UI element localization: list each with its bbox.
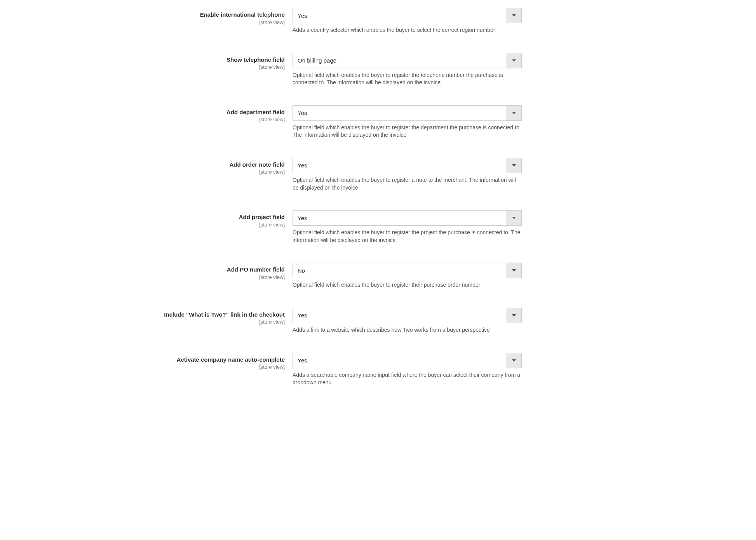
select-value: On billing page xyxy=(293,53,506,68)
field-label: Activate company name auto-complete xyxy=(145,356,285,364)
chevron-down-icon xyxy=(506,353,521,368)
field-label-col: Activate company name auto-complete [sto… xyxy=(145,353,293,370)
show-phone-select[interactable]: On billing page xyxy=(293,53,522,68)
project-select[interactable]: Yes xyxy=(293,210,522,226)
field-hint: Optional field which enables the buyer t… xyxy=(293,71,522,87)
field-scope: [store view] xyxy=(145,364,285,370)
select-value: No xyxy=(293,263,506,278)
field-hint: Optional field which enables the buyer t… xyxy=(293,176,522,192)
field-po-number: Add PO number field [store view] No Opti… xyxy=(145,263,611,289)
select-value: Yes xyxy=(293,8,506,23)
field-label: Add PO number field xyxy=(145,266,285,273)
field-show-phone: Show telephone field [store view] On bil… xyxy=(145,53,611,87)
select-value: Yes xyxy=(293,106,506,120)
field-intl-phone: Enable international telephone [store vi… xyxy=(145,8,611,34)
chevron-down-icon xyxy=(506,263,521,278)
select-value: Yes xyxy=(293,353,506,368)
chevron-down-icon xyxy=(506,106,521,120)
field-label: Show telephone field xyxy=(145,56,285,64)
chevron-down-icon xyxy=(506,158,521,173)
chevron-down-icon xyxy=(506,8,521,23)
intl-phone-select[interactable]: Yes xyxy=(293,8,522,23)
field-scope: [store view] xyxy=(145,64,285,70)
select-value: Yes xyxy=(293,211,506,225)
field-scope: [store view] xyxy=(145,222,285,228)
field-value-col: Yes Adds a link to a website which descr… xyxy=(293,308,522,334)
field-value-col: Yes Optional field which enables the buy… xyxy=(293,158,522,192)
settings-form: Enable international telephone [store vi… xyxy=(145,8,611,387)
field-label-col: Add project field [store view] xyxy=(145,210,293,228)
field-department: Add department field [store view] Yes Op… xyxy=(145,105,611,139)
field-label: Include "What is Two?" link in the check… xyxy=(145,311,285,319)
field-label-col: Add order note field [store view] xyxy=(145,158,293,175)
chevron-down-icon xyxy=(506,308,521,323)
chevron-down-icon xyxy=(506,53,521,68)
field-value-col: Yes Optional field which enables the buy… xyxy=(293,105,522,139)
field-project: Add project field [store view] Yes Optio… xyxy=(145,210,611,244)
select-value: Yes xyxy=(293,308,506,323)
field-scope: [store view] xyxy=(145,319,285,325)
field-label: Add project field xyxy=(145,213,285,221)
field-label-col: Enable international telephone [store vi… xyxy=(145,8,293,25)
select-value: Yes xyxy=(293,158,506,173)
field-value-col: On billing page Optional field which ena… xyxy=(293,53,522,87)
field-company-autocomplete: Activate company name auto-complete [sto… xyxy=(145,353,611,387)
company-autocomplete-select[interactable]: Yes xyxy=(293,353,522,368)
order-note-select[interactable]: Yes xyxy=(293,158,522,173)
field-label: Enable international telephone xyxy=(145,11,285,19)
chevron-down-icon xyxy=(506,211,521,225)
field-label-col: Add department field [store view] xyxy=(145,105,293,123)
field-hint: Adds a country selector which enables th… xyxy=(293,26,522,34)
field-scope: [store view] xyxy=(145,274,285,280)
po-number-select[interactable]: No xyxy=(293,263,522,278)
field-hint: Optional field which enables the buyer t… xyxy=(293,281,522,289)
department-select[interactable]: Yes xyxy=(293,105,522,121)
field-label-col: Show telephone field [store view] xyxy=(145,53,293,70)
field-what-is-two: Include "What is Two?" link in the check… xyxy=(145,308,611,334)
field-value-col: Yes Adds a searchable company name input… xyxy=(293,353,522,387)
field-hint: Adds a link to a website which describes… xyxy=(293,326,522,334)
field-hint: Optional field which enables the buyer t… xyxy=(293,229,522,244)
field-hint: Adds a searchable company name input fie… xyxy=(293,371,522,387)
field-label: Add department field xyxy=(145,108,285,116)
field-value-col: No Optional field which enables the buye… xyxy=(293,263,522,289)
field-value-col: Yes Adds a country selector which enable… xyxy=(293,8,522,34)
field-scope: [store view] xyxy=(145,117,285,122)
field-label-col: Add PO number field [store view] xyxy=(145,263,293,280)
field-order-note: Add order note field [store view] Yes Op… xyxy=(145,158,611,192)
field-hint: Optional field which enables the buyer t… xyxy=(293,124,522,139)
field-label: Add order note field xyxy=(145,161,285,169)
field-value-col: Yes Optional field which enables the buy… xyxy=(293,210,522,244)
field-label-col: Include "What is Two?" link in the check… xyxy=(145,308,293,325)
field-scope: [store view] xyxy=(145,169,285,175)
what-is-two-select[interactable]: Yes xyxy=(293,308,522,323)
field-scope: [store view] xyxy=(145,19,285,25)
